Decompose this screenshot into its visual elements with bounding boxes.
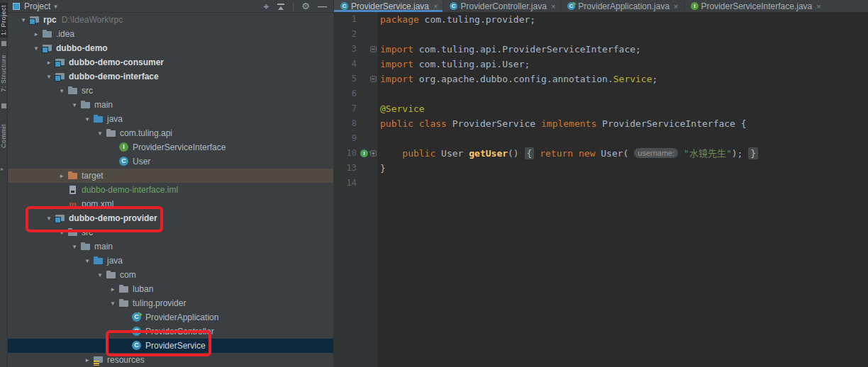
code-line-10: 10I↑+ public User getUser() { return new… [334, 146, 868, 161]
code-token: () [508, 148, 524, 159]
code-line-3: 3−import com.tuling.api.ProviderServiceI… [334, 42, 868, 57]
chevron-down-icon[interactable]: ▾ [18, 16, 29, 23]
chevron-down-icon: ▾ [54, 3, 57, 10]
chevron-down-icon[interactable]: ▾ [43, 73, 55, 80]
module-icon [55, 57, 66, 68]
tree-item-tuling-provider[interactable]: ▾tuling.provider [8, 296, 333, 310]
tree-item-label: main [94, 100, 113, 110]
project-view-selector[interactable]: Project ▾ [20, 1, 57, 11]
folder-icon [42, 28, 53, 40]
project-tool-window: Project ▾ ⌖⚙— ▾rpcD:\IdeaWork\rpc▸.idea▾… [8, 0, 333, 367]
code-token: import [380, 59, 413, 69]
chevron-down-icon[interactable]: ▾ [30, 45, 42, 52]
code-token: import [380, 44, 413, 55]
annotation-red-box-providerservice [106, 330, 211, 356]
tab-providerapplication-java[interactable]: ProviderApplication.java× [561, 0, 683, 12]
close-icon[interactable]: × [433, 2, 438, 11]
close-icon[interactable]: × [816, 2, 820, 11]
tree-item-src[interactable]: ▾src [8, 84, 333, 98]
fold-marker-icon[interactable]: − [370, 76, 377, 82]
tree-item-luban[interactable]: ▸luban [8, 282, 333, 296]
chevron-right-icon[interactable]: ▸ [43, 59, 55, 66]
code-token: ; [652, 74, 658, 84]
hide-icon[interactable]: — [318, 1, 327, 11]
tree-item-com[interactable]: ▾com [8, 268, 333, 282]
code-token: implements [541, 118, 596, 129]
close-icon[interactable]: × [551, 2, 555, 11]
chevron-down-icon[interactable]: ▾ [69, 243, 80, 250]
tree-item-idea[interactable]: ▸.idea [8, 27, 333, 41]
tree-item-dubbo-demo-interface[interactable]: ▾dubbo-demo-interface [8, 69, 333, 84]
chevron-right-icon[interactable]: ▸ [1, 166, 4, 172]
chevron-right-icon[interactable]: ▸ [30, 30, 42, 38]
line-number: 1 [334, 12, 357, 27]
code-token: } [380, 163, 386, 174]
tab-providerservice-java[interactable]: ProviderService.java× [334, 0, 443, 12]
chevron-down-icon[interactable]: ▾ [56, 87, 67, 94]
code-text: } [380, 161, 386, 176]
tree-item-user[interactable]: User [8, 154, 333, 169]
code-token [380, 148, 402, 159]
code-token: Service [613, 74, 652, 84]
collapse-all-icon[interactable] [277, 2, 285, 11]
code-token: { [525, 147, 535, 159]
tool-square-icon[interactable] [1, 103, 6, 108]
chevron-down-icon[interactable]: ▾ [107, 300, 118, 307]
tree-item-main[interactable]: ▾main [8, 98, 333, 112]
fold-marker-icon[interactable]: − [370, 46, 377, 52]
implements-method-icon[interactable]: I [360, 149, 368, 157]
close-icon[interactable]: × [674, 2, 678, 11]
tab-providerserviceinterface-java[interactable]: ProviderServiceInterface.java× [684, 0, 826, 12]
tool-window-button-1-project[interactable]: 1: Project [0, 3, 8, 38]
project-pane-icon [13, 3, 20, 10]
tree-item-label: User [133, 157, 150, 166]
project-panel-header: Project ▾ ⌖⚙— [8, 0, 333, 13]
chevron-right-icon[interactable]: ▸ [82, 356, 93, 363]
code-text: import com.tuling.api.ProviderServiceInt… [380, 42, 641, 57]
tree-item-dubbo-demo[interactable]: ▾dubbo-demo [8, 41, 333, 55]
tree-item-com-tuling-api[interactable]: ▾com.tuling.api [8, 126, 333, 140]
tree-item-label: com [120, 270, 136, 280]
code-token [678, 148, 684, 159]
tree-item-providerapplication[interactable]: ProviderApplication [8, 310, 333, 324]
code-token: package [380, 14, 419, 25]
tree-item-dubbo-demo-interface-iml[interactable]: dubbo-demo-interface.iml [8, 183, 333, 197]
code-line-2: 2 [334, 27, 868, 42]
tree-item-label: dubbo-demo [56, 43, 108, 53]
tree-item-target[interactable]: ▸target [8, 169, 333, 183]
code-editor[interactable]: 1package com.tuling.provider;23−import c… [334, 12, 868, 367]
module-icon [55, 71, 66, 82]
line-number: 14 [334, 176, 357, 191]
chevron-down-icon[interactable]: ▾ [82, 257, 93, 264]
chevron-right-icon[interactable]: ▸ [56, 172, 67, 179]
tree-item-providerserviceinterface[interactable]: ProviderServiceInterface [8, 140, 333, 154]
fold-marker-icon[interactable]: + [370, 150, 377, 157]
tree-item-dubbo-demo-consumer[interactable]: ▸dubbo-demo-consumer [8, 55, 333, 69]
chevron-down-icon[interactable]: ▾ [82, 115, 93, 123]
tool-window-button-7-structure[interactable]: 7: Structure [0, 52, 8, 94]
tree-item-rpc[interactable]: ▾rpcD:\IdeaWork\rpc [8, 13, 333, 27]
tab-providercontroller-java[interactable]: ProviderController.java× [443, 0, 560, 12]
code-token: com.tuling.api.ProviderServiceInterface; [413, 44, 641, 55]
code-token: ); [732, 148, 748, 159]
code-token: public class [380, 118, 447, 129]
locate-icon[interactable]: ⌖ [263, 1, 269, 11]
tree-item-label: java [107, 114, 123, 124]
chevron-down-icon[interactable]: ▾ [94, 130, 106, 137]
code-line-6: 6 [334, 86, 868, 101]
chevron-right-icon[interactable]: ▸ [107, 286, 118, 293]
pkg-icon [106, 269, 117, 281]
tree-item-main[interactable]: ▾main [8, 239, 333, 254]
chevron-down-icon[interactable]: ▾ [94, 271, 106, 278]
tree-item-java[interactable]: ▾java [8, 254, 333, 268]
tool-window-button-commit[interactable]: Commit [0, 122, 8, 150]
java-icon [93, 255, 104, 266]
tool-square-icon[interactable] [1, 41, 6, 46]
chevron-down-icon[interactable]: ▾ [69, 101, 80, 108]
tab-label: ProviderServiceInterface.java [701, 1, 813, 11]
folder-icon [67, 85, 79, 96]
tree-item-java[interactable]: ▾java [8, 112, 333, 126]
code-token: @Service [380, 103, 425, 114]
tree-item-label: dubbo-demo-consumer [69, 57, 164, 67]
settings-icon[interactable]: ⚙ [301, 1, 310, 11]
